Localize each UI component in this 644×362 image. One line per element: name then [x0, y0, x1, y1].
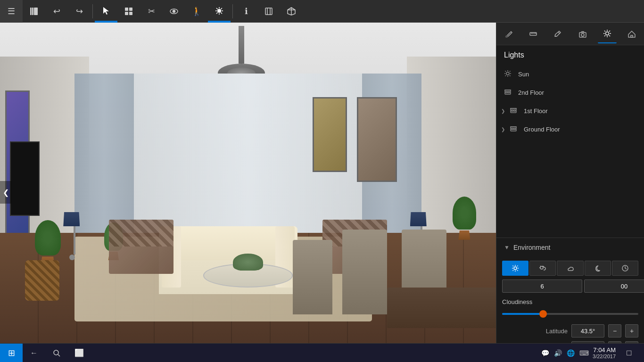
svg-rect-63: [512, 128, 513, 130]
3d-cube-icon[interactable]: [280, 0, 303, 23]
svg-rect-4: [125, 8, 128, 11]
panel-spacer: [496, 139, 644, 234]
panel-brush-icon[interactable]: [499, 25, 518, 43]
svg-line-51: [510, 75, 511, 76]
svg-line-71: [513, 266, 514, 267]
viewport-left-arrow[interactable]: ❮: [0, 181, 11, 204]
svg-point-35: [605, 32, 609, 35]
chandelier-pole: [239, 26, 244, 64]
svg-line-17: [221, 8, 223, 9]
env-btn-custom-time[interactable]: [612, 261, 638, 276]
svg-rect-55: [506, 91, 507, 93]
scissors-tool-icon[interactable]: ✂: [140, 0, 163, 23]
svg-rect-59: [512, 110, 513, 111]
table-decor: [233, 254, 263, 271]
1st-floor-expand-icon[interactable]: ❯: [501, 108, 505, 114]
taskbar-multitask-icon[interactable]: ⬜: [68, 344, 91, 362]
svg-line-43: [604, 35, 605, 36]
floor-lamp-left: [69, 212, 80, 260]
menu-icon[interactable]: ☰: [0, 0, 23, 23]
latitude-value[interactable]: 43.5°: [571, 324, 604, 337]
svg-rect-1: [32, 8, 33, 15]
top-toolbar: ☰ ↩ ↪ ✂: [0, 0, 644, 23]
svg-rect-7: [129, 12, 132, 15]
latitude-row: Latitude 43.5° − +: [502, 324, 638, 337]
env-btn-partly-cloudy[interactable]: [529, 261, 556, 276]
taskbar-keyboard-icon[interactable]: ⌨: [579, 349, 589, 357]
toolbar-sep-2: [232, 4, 233, 18]
cloudiness-label: Cloudiness: [502, 298, 638, 305]
panel-lights-icon[interactable]: [598, 25, 617, 43]
light-item-ground-floor[interactable]: ❯ Ground Floor: [496, 120, 644, 139]
environment-expand-icon: ▼: [504, 244, 510, 251]
select-tool-icon[interactable]: [95, 0, 117, 23]
time-hour-input[interactable]: [502, 280, 582, 293]
sun-tool-icon[interactable]: [208, 0, 231, 23]
light-item-2nd-floor[interactable]: 2nd Floor: [496, 83, 644, 102]
taskbar-notification-icon[interactable]: ☐: [619, 344, 638, 362]
svg-line-80: [625, 268, 627, 269]
environment-title: Environment: [513, 244, 551, 251]
taskbar-tray-icons: 💬 🔊 🌐 ⌨: [541, 349, 589, 357]
taskbar-time: 7:04 AM: [593, 346, 616, 354]
walk-icon[interactable]: 🚶: [185, 0, 208, 23]
light-item-sun[interactable]: Sun: [496, 65, 644, 83]
tv: [10, 141, 40, 216]
info-tool-icon[interactable]: ℹ: [235, 0, 257, 23]
redo-icon[interactable]: ↪: [68, 0, 91, 23]
svg-line-74: [513, 270, 514, 271]
svg-marker-3: [103, 7, 109, 15]
panel-edit-icon[interactable]: [548, 25, 567, 43]
lights-section: Lights Sun: [496, 45, 644, 139]
toolbar-left-group: ☰ ↩ ↪: [0, 0, 91, 23]
2nd-floor-light-label: 2nd Floor: [518, 89, 544, 96]
view-icon[interactable]: [163, 0, 185, 23]
undo-icon[interactable]: ↩: [45, 0, 68, 23]
panel-house-icon[interactable]: [622, 25, 641, 43]
ground-floor-expand-icon[interactable]: ❯: [501, 127, 505, 132]
panel-camera-icon[interactable]: [573, 25, 592, 43]
light-item-1st-floor[interactable]: ❯ 1st Floor: [496, 102, 644, 120]
room-scene: ❮: [0, 23, 496, 362]
svg-line-72: [517, 270, 518, 271]
env-btn-cloudy[interactable]: [557, 261, 583, 276]
objects-tool-icon[interactable]: [117, 0, 140, 23]
latitude-decrease-btn[interactable]: −: [608, 324, 621, 337]
taskbar-back-icon[interactable]: ←: [23, 344, 45, 362]
taskbar-chat-icon[interactable]: 💬: [541, 349, 549, 357]
right-wall-art-2: [313, 97, 347, 172]
svg-rect-5: [129, 8, 132, 11]
time-inputs: AM: [502, 280, 638, 293]
time-minute-input[interactable]: [584, 280, 644, 293]
svg-line-16: [221, 12, 223, 14]
latitude-increase-btn[interactable]: +: [625, 324, 638, 337]
library-icon[interactable]: [23, 0, 45, 23]
svg-point-10: [217, 9, 221, 13]
sun-light-label: Sun: [518, 71, 529, 78]
svg-point-34: [581, 33, 584, 36]
env-btn-clear-day[interactable]: [502, 261, 528, 276]
svg-line-42: [609, 31, 610, 32]
environment-header[interactable]: ▼ Environment: [496, 238, 644, 257]
svg-point-45: [506, 72, 509, 75]
wicker-basket: [25, 260, 60, 301]
taskbar-volume-icon[interactable]: 🔊: [554, 349, 562, 357]
svg-line-15: [216, 8, 218, 9]
taskbar-clock[interactable]: 7:04 AM 3/22/2017: [593, 346, 616, 359]
panel-icon-bar: [496, 23, 644, 45]
env-btn-night[interactable]: [585, 261, 611, 276]
lights-title: Lights: [496, 45, 644, 65]
toolbar-sep-1: [92, 4, 93, 18]
3d-viewport[interactable]: ❮: [0, 23, 496, 362]
cloudiness-slider[interactable]: [502, 309, 638, 319]
taskbar-search-icon[interactable]: [45, 344, 68, 362]
right-panel: Lights Sun: [496, 23, 644, 362]
svg-point-9: [173, 10, 175, 12]
ground-floor-light-icon: [510, 125, 518, 134]
2nd-floor-light-icon: [504, 88, 512, 97]
taskbar-network-icon[interactable]: 🌐: [567, 349, 575, 357]
frame-tool-icon[interactable]: [257, 0, 280, 23]
panel-ruler-icon[interactable]: [524, 25, 543, 43]
start-button[interactable]: ⊞: [0, 344, 23, 362]
plant-3: [453, 197, 476, 240]
